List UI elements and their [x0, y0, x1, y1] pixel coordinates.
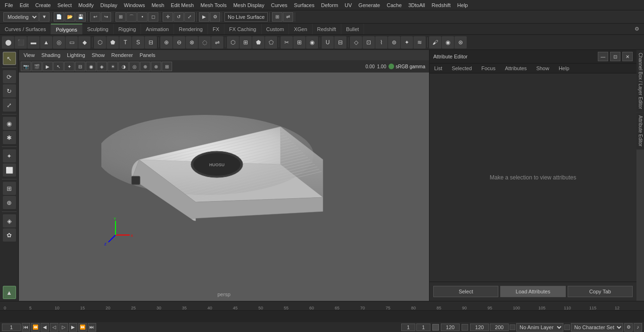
bevel-icon-btn[interactable]: ⬟	[252, 36, 264, 49]
frame-color-swatch[interactable]	[432, 324, 439, 331]
cube-icon-btn[interactable]: ⬛	[15, 36, 27, 49]
viewport-show-menu[interactable]: Show	[89, 51, 108, 59]
tab-rendering[interactable]: Rendering	[174, 24, 208, 34]
menu-redshift[interactable]: Redshift	[429, 1, 453, 9]
type-icon-btn[interactable]: T	[119, 36, 132, 49]
snap-point-btn[interactable]: •	[137, 12, 148, 22]
menu-edit[interactable]: Edit	[17, 1, 32, 9]
cone-icon-btn[interactable]: ▲	[40, 36, 52, 49]
frame-display[interactable]	[416, 324, 430, 331]
tab-rigging[interactable]: Rigging	[114, 24, 141, 34]
extrude-icon-btn[interactable]: ⬡	[227, 36, 239, 49]
vp-playback-btn[interactable]: ▶	[42, 62, 53, 71]
vp-film-btn[interactable]: 🎬	[32, 62, 42, 71]
vp-smooth-btn[interactable]: ◉	[86, 62, 96, 71]
attr-float-btn[interactable]: ⊡	[610, 52, 620, 61]
smooth-icon-btn[interactable]: ◌	[198, 36, 211, 49]
wire-icon-btn[interactable]: ⌇	[375, 36, 388, 49]
mirror-icon-btn[interactable]: ⇌	[211, 36, 223, 49]
snap-btn[interactable]: ✦	[3, 149, 16, 162]
fill-icon-btn[interactable]: ⬠	[265, 36, 277, 49]
marquee-btn[interactable]: ⬜	[3, 163, 16, 177]
go-to-end-btn[interactable]: ⏭	[88, 323, 96, 332]
circularize-icon-btn[interactable]: ◉	[306, 36, 318, 49]
symmetry-btn[interactable]: ⊞	[272, 12, 282, 22]
attr-close-btn[interactable]: ✕	[622, 52, 633, 61]
sculpt-icon-btn[interactable]: ◉	[442, 36, 454, 49]
paint-icon-btn[interactable]: 🖌	[429, 36, 441, 49]
prev-key-btn[interactable]: ⏪	[31, 323, 40, 332]
load-attributes-btn[interactable]: Load Attributes	[500, 286, 565, 297]
tab-fx-caching[interactable]: FX Caching	[224, 24, 261, 34]
menu-display[interactable]: Display	[98, 1, 120, 9]
scale-tool-btn-left[interactable]: ⤢	[3, 98, 16, 112]
uvmap-icon-btn[interactable]: U	[322, 36, 334, 49]
connect-icon-btn[interactable]: ⊞	[293, 36, 305, 49]
viewport-shading-menu[interactable]: Shading	[39, 51, 63, 59]
snap-curve-btn[interactable]: ⌒	[126, 12, 137, 22]
tab-bullet[interactable]: Bullet	[341, 24, 364, 34]
combine-icon-btn[interactable]: ⊕	[160, 36, 173, 49]
plane-icon-btn[interactable]: ▭	[66, 36, 78, 49]
viewport-panels-menu[interactable]: Panels	[137, 51, 158, 59]
vp-camera-btn[interactable]: 📷	[21, 62, 31, 71]
move-tool-btn[interactable]: ✛	[163, 12, 173, 22]
attr-editor-tab[interactable]: Attribute Editor	[636, 113, 644, 150]
select-btn[interactable]: Select	[433, 286, 498, 297]
disk-icon-btn[interactable]: ◆	[78, 36, 91, 49]
next-key-btn[interactable]: ⏩	[78, 323, 87, 332]
deform-icon-btn[interactable]: ◇	[350, 36, 362, 49]
save-btn[interactable]: 💾	[75, 12, 86, 22]
select-tool-btn[interactable]: ↖	[3, 52, 16, 65]
menu-windows[interactable]: Windows	[121, 1, 148, 9]
torus-icon-btn[interactable]: ◎	[53, 36, 65, 49]
menu-file[interactable]: File	[2, 1, 16, 9]
vp-select-btn[interactable]: ↖	[53, 62, 64, 71]
subdiv-icon-btn[interactable]: ⬡	[94, 36, 106, 49]
workspace-icon[interactable]: ▼	[39, 12, 50, 22]
tab-custom[interactable]: Custom	[262, 24, 289, 34]
cluster-icon-btn[interactable]: ✦	[401, 36, 413, 49]
tab-animation[interactable]: Animation	[141, 24, 174, 34]
menu-surfaces[interactable]: Surfaces	[291, 1, 317, 9]
scale-tool-btn[interactable]: ⤢	[184, 12, 195, 22]
go-to-start-btn[interactable]: ⏮	[22, 323, 30, 332]
insert-edge-btn[interactable]: ⊞	[3, 182, 16, 195]
tab-redshift[interactable]: Redshift	[313, 24, 341, 34]
no-char-set-select[interactable]: No Character Set	[571, 323, 623, 332]
tab-polygons[interactable]: Polygons	[51, 24, 82, 34]
channel-box-tab[interactable]: Channel Box / Layer Editor	[636, 50, 644, 113]
range-end2[interactable]: 200	[490, 324, 509, 331]
menu-3dtoall[interactable]: 3DtoAll	[405, 1, 428, 9]
vp-light-btn[interactable]: ☀	[107, 62, 118, 71]
undo-btn[interactable]: ↩	[90, 12, 100, 22]
snap-surface-btn[interactable]: ◻	[148, 12, 158, 22]
menu-mesh-tools[interactable]: Mesh Tools	[198, 1, 229, 9]
menu-mesh-display[interactable]: Mesh Display	[231, 1, 267, 9]
attr-tab-help[interactable]: Help	[554, 64, 574, 73]
copy-tab-btn[interactable]: Copy Tab	[568, 286, 633, 297]
multicut-icon-btn[interactable]: ✂	[281, 36, 293, 49]
sphere-icon-btn[interactable]: ⬤	[2, 36, 14, 49]
boolean-icon-btn[interactable]: ⊗	[186, 36, 198, 49]
tab-settings-icon[interactable]: ⚙	[630, 24, 644, 34]
tab-curves-surfaces[interactable]: Curves / Surfaces	[0, 24, 51, 34]
range-start[interactable]: 120	[441, 324, 460, 331]
vp-shadow-btn[interactable]: ◑	[118, 62, 129, 71]
menu-modify[interactable]: Modify	[75, 1, 96, 9]
anim-audio-btn[interactable]: ♪	[634, 323, 642, 332]
tab-xgen[interactable]: XGen	[289, 24, 312, 34]
viewport[interactable]: View Shading Lighting Show Renderer Pane…	[19, 50, 429, 301]
timeline-ruler[interactable]: 0 5 10 15 20 25 30 35 40 45 50 55 60 65 …	[0, 301, 644, 311]
menu-cache[interactable]: Cache	[384, 1, 405, 9]
range-end[interactable]: 120	[470, 324, 489, 331]
attr-tab-focus[interactable]: Focus	[477, 64, 500, 73]
vp-wire-btn[interactable]: ⊟	[75, 62, 85, 71]
workspace-select[interactable]: Modeling	[3, 12, 39, 22]
anim-settings-btn[interactable]: ⚙	[624, 323, 633, 332]
render-btn[interactable]: ▶	[199, 12, 209, 22]
xray-btn[interactable]: ◈	[3, 214, 16, 227]
current-frame-input[interactable]	[2, 324, 21, 331]
attr-tab-selected[interactable]: Selected	[447, 64, 477, 73]
frame-input-left[interactable]	[401, 324, 415, 331]
